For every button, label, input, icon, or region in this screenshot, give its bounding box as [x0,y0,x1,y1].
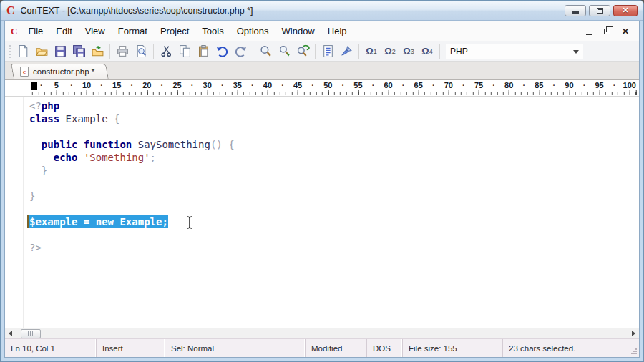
restore-button[interactable] [589,5,610,16]
ruler-number: 25 [172,81,181,89]
menu-item[interactable]: View [79,24,112,39]
context-logo-icon: C [6,4,15,17]
close-button[interactable]: ✕ [613,5,638,16]
code-token: ?> [29,242,42,253]
undo-button[interactable] [213,43,231,60]
menu-items: FileEditViewFormatProjectToolsOptionsWin… [21,24,586,39]
code-line: <?php [29,99,639,112]
new-file-button[interactable] [14,43,32,60]
ruler-number: 40 [263,81,272,89]
copy-button[interactable] [175,43,194,60]
scroll-right-button[interactable] [628,328,639,339]
user-function-button[interactable]: Ω3 [399,43,418,60]
menu-item[interactable]: Tools [195,24,230,39]
replace-button[interactable] [293,43,312,60]
view-source-button[interactable] [318,43,337,60]
tab-constructor-php[interactable]: c constructor.php * [14,64,109,79]
code-line [29,177,639,190]
cut-button[interactable] [157,43,175,60]
menu-item[interactable]: Edit [49,24,78,39]
user-function-button[interactable]: Ω1 [362,43,381,60]
code-line: class Example { [29,112,639,125]
find-icon [259,44,273,58]
menu-bar: C FileEditViewFormatProjectToolsOptionsW… [5,21,639,41]
status-bar: Ln 10, Col 1InsertSel: NormalModifiedDOS… [5,338,639,357]
file-icon: c [20,67,29,77]
ruler-number: 5 [54,81,59,89]
horizontal-scrollbar[interactable] [5,328,639,338]
ruler-dot: · [342,81,345,89]
ruler-dot: · [432,81,435,89]
ruler-number: 65 [414,81,423,89]
status-panel: Sel: Normal [165,339,306,357]
menu-item[interactable]: Help [321,24,353,39]
ruler-number: 10 [82,81,91,89]
scrollbar-thumb[interactable] [21,329,41,338]
status-panels: Ln 10, Col 1InsertSel: NormalModifiedDOS… [5,339,639,357]
ruler-dot: · [281,81,284,89]
code-line: public function SaySomething() { [29,138,639,151]
ruler-dot: · [251,81,254,89]
save-file-icon [54,44,67,58]
ruler-dot: · [583,81,586,89]
ruler-dot: · [221,81,224,89]
menu-item[interactable]: File [21,24,49,39]
code-token [77,152,83,163]
toolbar-separator [153,44,154,59]
print-preview-button[interactable] [132,43,150,60]
omega-icon: Ω [403,46,410,57]
scroll-left-button[interactable] [5,328,16,339]
ruler-dot: · [130,81,133,89]
format-brush-button[interactable] [337,43,356,60]
code-token: SaySomething [132,139,210,150]
menu-item[interactable]: Window [275,24,321,39]
editor[interactable]: <?phpclass Example { public function Say… [5,97,639,328]
resize-grip-icon[interactable] [630,348,638,355]
open-file-button[interactable] [32,43,51,60]
mdi-close-icon[interactable]: ✕ [622,27,629,36]
ruler-dot: · [161,81,164,89]
code-token: } [29,165,47,176]
open-folder-button[interactable] [88,43,107,60]
menu-item[interactable]: Project [154,24,195,39]
tab-bar: c constructor.php * [5,62,639,80]
find-next-button[interactable] [275,43,293,60]
ruler-number: 30 [203,81,212,89]
find-button[interactable] [256,43,275,60]
format-brush-icon [340,44,353,58]
ruler-number: 15 [112,81,121,89]
arrow-right-icon [632,331,635,336]
minimize-button[interactable] [565,5,586,16]
code-token: Example [59,113,114,124]
save-all-button[interactable] [69,43,88,60]
print-button[interactable] [113,43,132,60]
ruler-dot: · [40,81,43,89]
omega-icon: Ω [421,46,429,57]
menu-item[interactable]: Options [230,24,275,39]
paste-button[interactable] [194,43,213,60]
app-window: C ConTEXT - [C:\xampp\htdocs\series\oop\… [0,0,644,362]
ruler-dot: · [70,81,73,89]
user-function-button[interactable]: Ω4 [418,43,436,60]
ruler-cursor-marker [31,82,37,90]
menu-item[interactable]: Format [112,24,154,39]
mdi-restore-icon[interactable] [604,29,610,34]
code-line: } [29,190,639,202]
omega-icon: Ω [384,46,391,57]
save-file-button[interactable] [51,43,69,60]
view-source-icon [321,44,335,58]
toolbar-separator [109,44,110,59]
replace-icon [296,44,310,58]
redo-button[interactable] [231,43,250,60]
user-function-button[interactable]: Ω2 [381,43,399,60]
code-line [29,228,639,241]
copy-icon [178,44,192,58]
mdi-minimize-icon[interactable] [586,34,592,35]
highlighter-select[interactable]: PHP [446,44,583,59]
window-controls: ✕ [565,5,638,16]
ruler-number: 60 [384,81,392,89]
arrow-left-icon [9,331,12,336]
code-line: ?> [29,241,639,254]
ruler-number: 70 [444,81,453,89]
omega-icon: Ω [366,46,373,57]
